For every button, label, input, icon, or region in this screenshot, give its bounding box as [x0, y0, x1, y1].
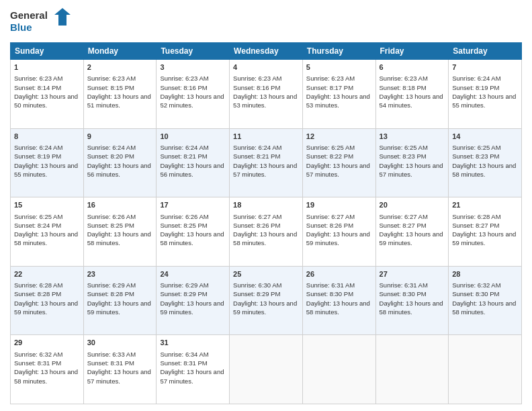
calendar-cell: 9Sunrise: 6:24 AMSunset: 8:20 PMDaylight…: [83, 128, 157, 197]
day-number: 30: [87, 338, 153, 348]
sunset-text: Sunset: 8:30 PM: [380, 290, 427, 298]
sunset-text: Sunset: 8:27 PM: [380, 222, 427, 229]
day-number: 17: [160, 200, 226, 210]
col-header-sunday: Sunday: [11, 43, 84, 60]
calendar-cell: 26Sunrise: 6:31 AMSunset: 8:30 PMDayligh…: [302, 266, 375, 335]
daylight-text: Daylight: 13 hours and 58 minutes.: [452, 162, 516, 178]
sunrise-text: Sunrise: 6:25 AM: [380, 144, 428, 151]
day-number: 2: [87, 62, 153, 73]
sunset-text: Sunset: 8:22 PM: [306, 152, 353, 160]
sunrise-text: Sunrise: 6:34 AM: [160, 351, 208, 358]
day-number: 25: [233, 269, 299, 279]
day-number: 27: [380, 269, 445, 279]
sunrise-text: Sunrise: 6:32 AM: [452, 281, 500, 289]
daylight-text: Daylight: 13 hours and 58 minutes.: [14, 368, 78, 384]
day-number: 13: [380, 132, 445, 142]
sunset-text: Sunset: 8:16 PM: [160, 84, 207, 91]
col-header-wednesday: Wednesday: [230, 43, 303, 60]
sunrise-text: Sunrise: 6:24 AM: [160, 144, 208, 151]
sunrise-text: Sunrise: 6:27 AM: [306, 213, 355, 220]
daylight-text: Daylight: 13 hours and 58 minutes.: [160, 230, 224, 246]
daylight-text: Daylight: 13 hours and 54 minutes.: [380, 93, 443, 109]
daylight-text: Daylight: 13 hours and 59 minutes.: [452, 230, 516, 246]
day-number: 26: [306, 269, 372, 279]
daylight-text: Daylight: 13 hours and 57 minutes.: [160, 368, 224, 384]
sunset-text: Sunset: 8:19 PM: [14, 152, 61, 160]
daylight-text: Daylight: 13 hours and 59 minutes.: [380, 230, 443, 246]
calendar-cell: 31Sunrise: 6:34 AMSunset: 8:31 PMDayligh…: [157, 335, 230, 404]
week-row-2: 8Sunrise: 6:24 AMSunset: 8:19 PMDaylight…: [11, 128, 522, 197]
sunrise-text: Sunrise: 6:23 AM: [306, 75, 355, 82]
day-number: 11: [233, 132, 299, 142]
sunrise-text: Sunrise: 6:26 AM: [87, 213, 136, 220]
calendar-cell: 18Sunrise: 6:27 AMSunset: 8:26 PMDayligh…: [230, 197, 303, 267]
sunrise-text: Sunrise: 6:29 AM: [160, 281, 208, 289]
sunrise-text: Sunrise: 6:25 AM: [452, 144, 500, 151]
daylight-text: Daylight: 13 hours and 50 minutes.: [14, 93, 78, 109]
daylight-text: Daylight: 13 hours and 51 minutes.: [87, 93, 151, 109]
calendar-cell: 17Sunrise: 6:26 AMSunset: 8:25 PMDayligh…: [157, 197, 230, 267]
day-number: 22: [14, 269, 80, 279]
day-number: 3: [160, 62, 226, 73]
daylight-text: Daylight: 13 hours and 57 minutes.: [233, 162, 297, 178]
week-row-3: 15Sunrise: 6:25 AMSunset: 8:24 PMDayligh…: [11, 197, 522, 267]
header: General Blue: [10, 7, 522, 37]
day-number: 5: [306, 62, 372, 73]
sunrise-text: Sunrise: 6:23 AM: [87, 75, 136, 82]
sunset-text: Sunset: 8:19 PM: [452, 84, 499, 91]
sunset-text: Sunset: 8:31 PM: [160, 359, 207, 367]
calendar-page: General Blue SundayMondayTuesdayWednesda…: [0, 0, 532, 411]
sunset-text: Sunset: 8:31 PM: [14, 359, 61, 367]
sunset-text: Sunset: 8:17 PM: [306, 84, 353, 91]
daylight-text: Daylight: 13 hours and 59 minutes.: [87, 300, 151, 316]
calendar-cell: 6Sunrise: 6:23 AMSunset: 8:18 PMDaylight…: [375, 60, 449, 129]
calendar-cell: 30Sunrise: 6:33 AMSunset: 8:31 PMDayligh…: [83, 335, 157, 404]
week-row-5: 29Sunrise: 6:32 AMSunset: 8:31 PMDayligh…: [11, 335, 522, 404]
sunset-text: Sunset: 8:23 PM: [380, 152, 427, 160]
sunset-text: Sunset: 8:21 PM: [233, 152, 280, 160]
daylight-text: Daylight: 13 hours and 59 minutes.: [14, 300, 78, 316]
sunrise-text: Sunrise: 6:26 AM: [160, 213, 208, 220]
calendar-cell: 15Sunrise: 6:25 AMSunset: 8:24 PMDayligh…: [11, 197, 84, 267]
daylight-text: Daylight: 13 hours and 55 minutes.: [14, 162, 78, 178]
sunrise-text: Sunrise: 6:23 AM: [160, 75, 208, 82]
sunset-text: Sunset: 8:29 PM: [160, 290, 207, 298]
daylight-text: Daylight: 13 hours and 57 minutes.: [87, 368, 151, 384]
sunrise-text: Sunrise: 6:23 AM: [14, 75, 62, 82]
day-number: 15: [14, 200, 80, 210]
sunset-text: Sunset: 8:28 PM: [14, 290, 61, 298]
day-number: 20: [380, 200, 445, 210]
logo: General Blue: [10, 7, 71, 37]
sunset-text: Sunset: 8:20 PM: [87, 152, 134, 160]
calendar-cell: 23Sunrise: 6:29 AMSunset: 8:28 PMDayligh…: [83, 266, 157, 335]
sunrise-text: Sunrise: 6:31 AM: [380, 281, 428, 289]
calendar-cell: 11Sunrise: 6:24 AMSunset: 8:21 PMDayligh…: [230, 128, 303, 197]
calendar-cell: 12Sunrise: 6:25 AMSunset: 8:22 PMDayligh…: [302, 128, 375, 197]
day-number: 14: [452, 132, 518, 142]
sunset-text: Sunset: 8:25 PM: [87, 222, 134, 229]
sunrise-text: Sunrise: 6:24 AM: [233, 144, 281, 151]
daylight-text: Daylight: 13 hours and 59 minutes.: [160, 300, 224, 316]
sunset-text: Sunset: 8:27 PM: [452, 222, 499, 229]
sunset-text: Sunset: 8:26 PM: [233, 222, 280, 229]
calendar-cell: 5Sunrise: 6:23 AMSunset: 8:17 PMDaylight…: [302, 60, 375, 129]
sunrise-text: Sunrise: 6:24 AM: [87, 144, 136, 151]
calendar-cell: 7Sunrise: 6:24 AMSunset: 8:19 PMDaylight…: [449, 60, 522, 129]
day-number: 1: [14, 62, 80, 73]
calendar-cell: 4Sunrise: 6:23 AMSunset: 8:16 PMDaylight…: [230, 60, 303, 129]
daylight-text: Daylight: 13 hours and 53 minutes.: [233, 93, 297, 109]
sunset-text: Sunset: 8:15 PM: [87, 84, 134, 91]
col-header-thursday: Thursday: [302, 43, 375, 60]
calendar-cell: 8Sunrise: 6:24 AMSunset: 8:19 PMDaylight…: [11, 128, 84, 197]
sunset-text: Sunset: 8:31 PM: [87, 359, 134, 367]
sunrise-text: Sunrise: 6:28 AM: [452, 213, 500, 220]
sunrise-text: Sunrise: 6:33 AM: [87, 351, 136, 358]
calendar-cell: 14Sunrise: 6:25 AMSunset: 8:23 PMDayligh…: [449, 128, 522, 197]
day-number: 24: [160, 269, 226, 279]
sunset-text: Sunset: 8:25 PM: [160, 222, 207, 229]
calendar-cell: 25Sunrise: 6:30 AMSunset: 8:29 PMDayligh…: [230, 266, 303, 335]
daylight-text: Daylight: 13 hours and 59 minutes.: [233, 300, 297, 316]
day-number: 10: [160, 132, 226, 142]
calendar-cell: 10Sunrise: 6:24 AMSunset: 8:21 PMDayligh…: [157, 128, 230, 197]
calendar-cell: 16Sunrise: 6:26 AMSunset: 8:25 PMDayligh…: [83, 197, 157, 267]
